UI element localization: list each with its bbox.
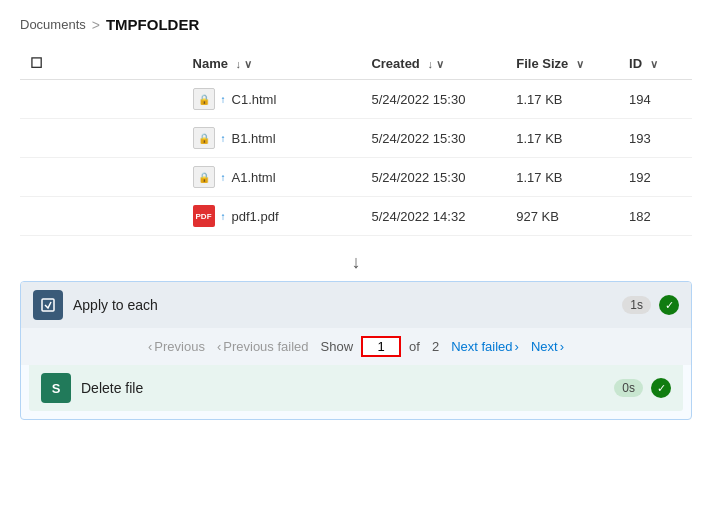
- breadcrumb-separator: >: [92, 17, 100, 33]
- chevron-right-next-failed-icon: ›: [515, 339, 519, 354]
- row-id-cell: 193: [619, 119, 692, 158]
- col-header-id[interactable]: ID ∨: [619, 47, 692, 80]
- file-icon-html: 🔒: [193, 88, 215, 110]
- table-row: PDF ↑ pdf1.pdf 5/24/2022 14:32927 KB182: [20, 197, 692, 236]
- row-created-cell: 5/24/2022 14:32: [361, 197, 506, 236]
- page-number-input[interactable]: [363, 338, 399, 355]
- apply-header: Apply to each 1s ✓: [21, 282, 691, 328]
- breadcrumb-current-folder: TMPFOLDER: [106, 16, 199, 33]
- row-filesize-cell: 927 KB: [506, 197, 619, 236]
- row-checkbox-cell: [20, 197, 183, 236]
- apply-success-badge: ✓: [659, 295, 679, 315]
- file-icon-html: 🔒: [193, 166, 215, 188]
- apply-header-left: Apply to each: [33, 290, 158, 320]
- col-header-created[interactable]: Created ↓ ∨: [361, 47, 506, 80]
- row-filesize-cell: 1.17 KB: [506, 80, 619, 119]
- row-name-cell: 🔒 ↑ A1.html: [183, 158, 362, 197]
- flow-arrow: ↓: [20, 252, 692, 273]
- delete-file-row: S Delete file 0s ✓: [29, 365, 683, 411]
- file-lock-icon: ↑: [221, 211, 226, 222]
- file-lock-icon: ↑: [221, 133, 226, 144]
- row-created-cell: 5/24/2022 15:30: [361, 158, 506, 197]
- table-row: 🔒 ↑ C1.html 5/24/2022 15:301.17 KB194: [20, 80, 692, 119]
- of-label: of: [409, 339, 420, 354]
- delete-left: S Delete file: [41, 373, 143, 403]
- chevron-left-prev-failed-icon: ‹: [217, 339, 221, 354]
- row-name-cell: 🔒 ↑ B1.html: [183, 119, 362, 158]
- apply-timing: 1s: [622, 296, 651, 314]
- table-row: 🔒 ↑ B1.html 5/24/2022 15:301.17 KB193: [20, 119, 692, 158]
- row-id-cell: 192: [619, 158, 692, 197]
- page-wrapper: Documents > TMPFOLDER ☐ Name ↓ ∨ Created…: [0, 0, 712, 436]
- next-button[interactable]: Next ›: [527, 337, 568, 356]
- file-table-body: 🔒 ↑ C1.html 5/24/2022 15:301.17 KB194 🔒 …: [20, 80, 692, 236]
- row-id-cell: 194: [619, 80, 692, 119]
- table-row: 🔒 ↑ A1.html 5/24/2022 15:301.17 KB192: [20, 158, 692, 197]
- breadcrumb-documents[interactable]: Documents: [20, 17, 86, 32]
- delete-timing: 0s: [614, 379, 643, 397]
- file-lock-icon: ↑: [221, 172, 226, 183]
- page-input-wrapper: [361, 336, 401, 357]
- row-filesize-cell: 1.17 KB: [506, 158, 619, 197]
- row-created-cell: 5/24/2022 15:30: [361, 80, 506, 119]
- file-table: ☐ Name ↓ ∨ Created ↓ ∨ File Size ∨ ID ∨: [20, 47, 692, 236]
- file-icon-html: 🔒: [193, 127, 215, 149]
- row-checkbox-cell: [20, 119, 183, 158]
- file-name[interactable]: C1.html: [232, 92, 277, 107]
- delete-title: Delete file: [81, 380, 143, 396]
- total-pages: 2: [432, 339, 439, 354]
- file-lock-icon: ↑: [221, 94, 226, 105]
- previous-button[interactable]: ‹ Previous: [144, 337, 209, 356]
- row-name-cell: 🔒 ↑ C1.html: [183, 80, 362, 119]
- file-name[interactable]: pdf1.pdf: [232, 209, 279, 224]
- delete-icon: S: [41, 373, 71, 403]
- col-header-checkbox: ☐: [20, 47, 183, 80]
- file-name[interactable]: B1.html: [232, 131, 276, 146]
- row-checkbox-cell: [20, 158, 183, 197]
- filesize-sort-icon: ∨: [576, 58, 584, 71]
- name-sort-icon: ↓ ∨: [236, 58, 253, 71]
- col-header-filesize[interactable]: File Size ∨: [506, 47, 619, 80]
- row-checkbox-cell: [20, 80, 183, 119]
- row-id-cell: 182: [619, 197, 692, 236]
- chevron-right-icon: ›: [560, 339, 564, 354]
- row-filesize-cell: 1.17 KB: [506, 119, 619, 158]
- pagination-row: ‹ Previous ‹ Previous failed Show of 2 N…: [21, 328, 691, 365]
- breadcrumb: Documents > TMPFOLDER: [20, 16, 692, 33]
- show-label: Show: [321, 339, 354, 354]
- next-failed-button[interactable]: Next failed ›: [447, 337, 523, 356]
- apply-icon: [33, 290, 63, 320]
- row-name-cell: PDF ↑ pdf1.pdf: [183, 197, 362, 236]
- chevron-left-icon: ‹: [148, 339, 152, 354]
- created-sort-icon: ↓ ∨: [427, 58, 444, 71]
- previous-failed-button[interactable]: ‹ Previous failed: [213, 337, 313, 356]
- file-name[interactable]: A1.html: [232, 170, 276, 185]
- apply-header-right: 1s ✓: [622, 295, 679, 315]
- apply-to-each-panel: Apply to each 1s ✓ ‹ Previous ‹ Previous…: [20, 281, 692, 420]
- id-sort-icon: ∨: [650, 58, 658, 71]
- row-created-cell: 5/24/2022 15:30: [361, 119, 506, 158]
- apply-title: Apply to each: [73, 297, 158, 313]
- delete-success-badge: ✓: [651, 378, 671, 398]
- delete-right: 0s ✓: [614, 378, 671, 398]
- svg-rect-0: [42, 299, 54, 311]
- file-icon-pdf: PDF: [193, 205, 215, 227]
- col-header-name[interactable]: Name ↓ ∨: [183, 47, 362, 80]
- table-header-row: ☐ Name ↓ ∨ Created ↓ ∨ File Size ∨ ID ∨: [20, 47, 692, 80]
